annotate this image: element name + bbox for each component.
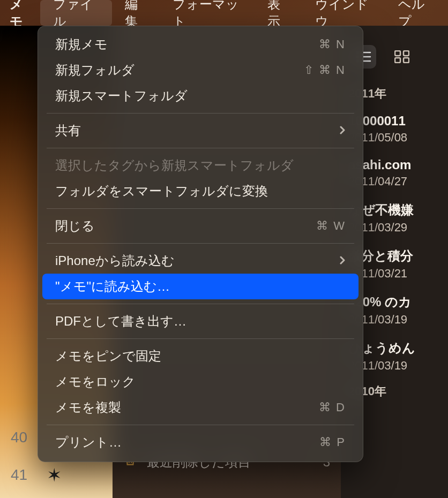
menu-pin-note[interactable]: メモをピンで固定 xyxy=(42,343,359,369)
menu-separator xyxy=(47,304,354,304)
menu-separator xyxy=(47,148,354,148)
file-menu-dropdown: 新規メモ ⌘ N 新規フォルダ ⇧ ⌘ N 新規スマートフォルダ 共有 選択した… xyxy=(38,26,363,462)
menu-export-pdf[interactable]: PDFとして書き出す… xyxy=(42,308,359,334)
star-icon: ✶ xyxy=(47,464,62,486)
menu-new-smart-from-tags: 選択したタグから新規スマートフォルダ xyxy=(42,153,359,178)
menu-print[interactable]: プリント… ⌘ P xyxy=(42,429,359,455)
menu-window[interactable]: ウインドウ xyxy=(302,0,386,26)
menu-separator xyxy=(47,338,354,339)
menu-format[interactable]: フォーマット xyxy=(160,0,254,26)
menu-bar: メモ ファイル 編集 フォーマット 表示 ウインドウ ヘルプ xyxy=(0,0,448,26)
menu-help[interactable]: ヘルプ xyxy=(385,0,446,26)
menu-duplicate-note[interactable]: メモを複製 ⌘ D xyxy=(42,395,359,420)
menu-separator xyxy=(47,243,354,244)
menu-close[interactable]: 閉じる ⌘ W xyxy=(42,213,359,239)
menu-new-smart-folder[interactable]: 新規スマートフォルダ xyxy=(42,83,359,109)
svg-rect-7 xyxy=(404,51,409,56)
menu-edit[interactable]: 編集 xyxy=(112,0,160,26)
shortcut: ⌘ P xyxy=(319,435,346,449)
menu-import-iphone[interactable]: iPhoneから読み込む xyxy=(42,248,359,274)
menu-separator xyxy=(47,208,354,209)
menu-lock-note[interactable]: メモをロック xyxy=(42,369,359,395)
menu-share[interactable]: 共有 xyxy=(42,118,359,144)
chevron-right-icon xyxy=(339,253,346,268)
shortcut: ⌘ W xyxy=(316,219,346,233)
menu-convert-to-smart[interactable]: フォルダをスマートフォルダに変換 xyxy=(42,178,359,204)
menu-file[interactable]: ファイル xyxy=(40,0,112,26)
svg-rect-9 xyxy=(404,58,409,63)
shortcut: ⇧ ⌘ N xyxy=(304,63,346,77)
chevron-right-icon xyxy=(339,123,346,138)
grid-view-button[interactable] xyxy=(389,45,415,69)
shortcut: ⌘ N xyxy=(319,37,346,51)
svg-rect-8 xyxy=(395,58,400,63)
menu-separator xyxy=(47,113,354,114)
svg-rect-6 xyxy=(395,51,400,56)
shortcut: ⌘ D xyxy=(319,401,346,414)
menu-view[interactable]: 表示 xyxy=(255,0,302,26)
menu-new-note[interactable]: 新規メモ ⌘ N xyxy=(42,32,359,57)
menu-import-to-notes[interactable]: "メモ"に読み込む… xyxy=(42,274,359,299)
menu-new-folder[interactable]: 新規フォルダ ⇧ ⌘ N xyxy=(42,57,359,83)
menu-separator xyxy=(47,425,354,425)
